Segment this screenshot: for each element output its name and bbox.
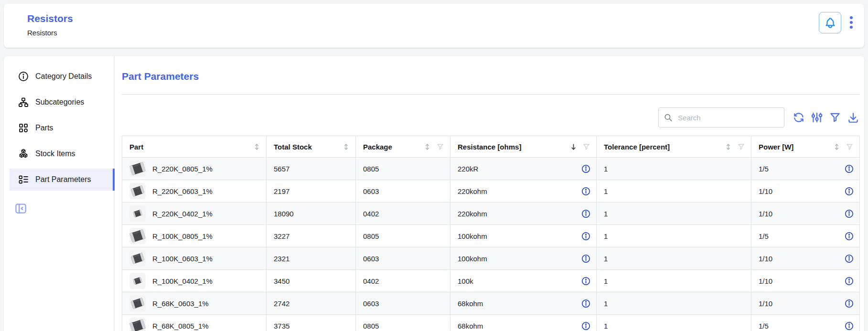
cell-package: 0402 (356, 270, 450, 292)
sidebar-item-label: Stock Items (35, 149, 75, 158)
resistance-info-button[interactable] (581, 187, 590, 196)
column-header-power-w[interactable]: Power [W] (751, 136, 860, 158)
table-row[interactable]: R_220K_0402_1%180900402220kohm11/10 (122, 203, 860, 225)
filter-button[interactable] (828, 111, 842, 124)
sort-icon[interactable] (343, 143, 350, 151)
info-icon (845, 299, 854, 308)
part-thumbnail (129, 318, 146, 331)
resistor-chip-thumbnail (129, 160, 146, 177)
breadcrumb[interactable]: Resistors (27, 29, 73, 37)
cell-tolerance: 1 (597, 315, 751, 331)
column-header-package[interactable]: Package (356, 136, 450, 158)
column-header-tolerance-percent[interactable]: Tolerance [percent] (597, 136, 751, 158)
info-icon (581, 254, 590, 263)
cell-part[interactable]: R_68K_0805_1% (122, 315, 267, 331)
sort-icon[interactable] (833, 143, 840, 151)
column-header-icons (424, 143, 444, 151)
resistance-info-button[interactable] (581, 321, 590, 331)
cell-part[interactable]: R_100K_0402_1% (122, 270, 267, 292)
power-info-button[interactable] (845, 277, 854, 286)
download-button[interactable] (847, 111, 860, 124)
resistor-chip-thumbnail (129, 183, 146, 199)
part-thumbnail (129, 160, 146, 177)
power-info-button[interactable] (845, 321, 854, 331)
collapse-sidebar-icon (14, 202, 27, 215)
cell-part[interactable]: R_220K_0603_1% (122, 180, 267, 203)
resistance-info-button[interactable] (581, 232, 590, 241)
sidebar-item-category-details[interactable]: Category Details (10, 65, 115, 87)
column-header-part[interactable]: Part (122, 136, 267, 158)
resistor-chip-thumbnail (129, 228, 146, 244)
cell-part[interactable]: R_68K_0603_1% (122, 292, 267, 315)
power-value: 1/10 (759, 187, 772, 195)
cell-resistance: 220kR (450, 158, 597, 180)
column-filter-icon[interactable] (582, 143, 590, 151)
resistance-info-button[interactable] (581, 209, 590, 218)
column-header-icons (725, 143, 745, 151)
sorted-desc-icon[interactable] (570, 143, 577, 151)
table-row[interactable]: R_220K_0805_1%56570805220kR11/5 (122, 158, 860, 180)
cell-tolerance: 1 (597, 180, 751, 203)
sort-icon[interactable] (725, 143, 732, 151)
cell-part[interactable]: R_220K_0402_1% (122, 203, 267, 225)
part-name: R_220K_0805_1% (152, 165, 213, 173)
search-box[interactable] (658, 107, 784, 128)
sort-icon[interactable] (424, 143, 431, 151)
search-input[interactable] (677, 113, 779, 122)
power-info-button[interactable] (845, 232, 854, 241)
column-filter-icon[interactable] (737, 143, 745, 151)
table-row[interactable]: R_100K_0805_1%32270805100kohm11/5 (122, 225, 860, 247)
table-row[interactable]: R_100K_0603_1%23210603100kohm11/10 (122, 247, 860, 270)
resistance-value: 220kohm (458, 187, 487, 195)
sidebar-item-subcategories[interactable]: Subcategories (10, 91, 115, 113)
table-row[interactable]: R_100K_0402_1%34500402100k11/10 (122, 270, 860, 292)
cell-part[interactable]: R_100K_0805_1% (122, 225, 267, 247)
cell-package: 0805 (356, 225, 450, 247)
part-thumbnail (129, 183, 146, 199)
resistor-chip-thumbnail (129, 273, 146, 289)
table-row[interactable]: R_68K_0805_1%3735080568kohm11/5 (122, 315, 860, 331)
cell-total-stock: 18090 (267, 203, 356, 225)
power-info-button[interactable] (845, 187, 854, 196)
part-name: R_68K_0805_1% (152, 322, 209, 330)
column-header-total-stock[interactable]: Total Stock (267, 136, 356, 158)
table-row[interactable]: R_68K_0603_1%2742060368kohm11/10 (122, 292, 860, 315)
sidebar-item-parts[interactable]: Parts (10, 117, 115, 139)
power-value: 1/5 (759, 232, 769, 240)
overflow-menu-button[interactable] (847, 14, 856, 33)
column-header-resistance-ohms[interactable]: Resistance [ohms] (450, 136, 597, 158)
cell-part[interactable]: R_100K_0603_1% (122, 247, 267, 270)
cell-resistance: 100kohm (450, 225, 597, 247)
power-info-button[interactable] (845, 299, 854, 308)
column-header-icons (570, 143, 590, 151)
cell-resistance: 220kohm (450, 203, 597, 225)
resistance-info-button[interactable] (581, 254, 590, 263)
resistance-value: 68kohm (458, 322, 483, 330)
power-info-button[interactable] (845, 209, 854, 218)
cell-part[interactable]: R_220K_0805_1% (122, 158, 267, 180)
kebab-menu-icon (847, 14, 855, 33)
info-icon (581, 209, 590, 218)
sidebar-collapse-button[interactable] (14, 202, 27, 216)
power-info-button[interactable] (845, 254, 854, 263)
cell-power: 1/10 (751, 292, 860, 315)
column-filter-icon[interactable] (846, 143, 854, 151)
notifications-button[interactable] (819, 12, 841, 33)
part-thumbnail (129, 250, 146, 267)
bell-icon (824, 17, 836, 29)
sort-icon[interactable] (253, 143, 260, 151)
sidebar-item-part-parameters[interactable]: Part Parameters (10, 169, 115, 191)
resistance-info-button[interactable] (581, 277, 590, 286)
refresh-button[interactable] (792, 111, 805, 124)
resistance-info-button[interactable] (581, 299, 590, 308)
column-filter-icon[interactable] (436, 143, 444, 151)
resistance-info-button[interactable] (581, 164, 590, 173)
sidebar-item-stock-items[interactable]: Stock Items (10, 143, 115, 165)
sitemap-icon (18, 96, 29, 108)
resistance-value: 220kR (458, 165, 478, 173)
resistance-value: 100kohm (458, 255, 487, 263)
resistance-value: 100k (458, 277, 473, 285)
power-info-button[interactable] (845, 164, 854, 173)
table-row[interactable]: R_220K_0603_1%21970603220kohm11/10 (122, 180, 860, 203)
table-options-button[interactable] (810, 111, 824, 124)
